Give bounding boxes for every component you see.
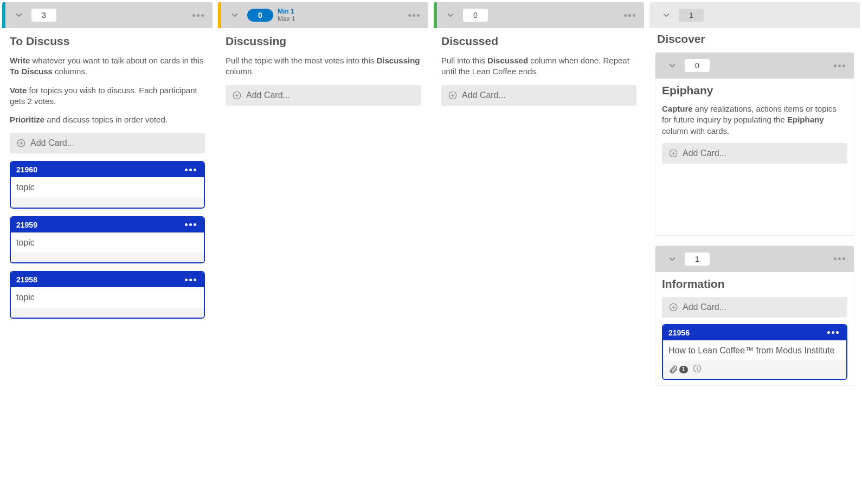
lane-menu-button[interactable]	[621, 11, 639, 20]
lane-header: 0 Min 1 Max 1	[218, 2, 428, 28]
lane-menu-button[interactable]	[831, 254, 848, 263]
lane-to-discuss: 3 To Discuss Write whatever you want to …	[2, 2, 213, 499]
sublane-body: Information Add Card... 21956 How to Lea…	[655, 272, 854, 386]
card-menu-button[interactable]	[183, 276, 198, 283]
spacer	[662, 170, 847, 230]
desc-text: Pull the topic with the most votes into …	[226, 56, 376, 65]
card-menu-button[interactable]	[183, 166, 198, 173]
lane-menu-button[interactable]	[831, 61, 848, 70]
chevron-down-icon	[230, 10, 240, 20]
add-card-button[interactable]: Add Card...	[441, 85, 636, 106]
collapse-toggle[interactable]	[659, 8, 673, 22]
collapse-toggle[interactable]	[443, 8, 458, 22]
card-menu-button[interactable]	[183, 221, 198, 228]
card-id: 21958	[16, 275, 37, 284]
lane-body: Discussing Pull the topic with the most …	[218, 28, 428, 113]
desc-text: columns.	[53, 67, 87, 76]
lane-description: Pull the topic with the most votes into …	[226, 55, 421, 77]
card-count-badge: 1	[685, 253, 710, 266]
desc-bold: Capture	[662, 104, 693, 113]
lane-header: 1	[649, 2, 860, 28]
collapse-toggle[interactable]	[665, 252, 679, 266]
add-card-label: Add Card...	[683, 302, 726, 312]
desc-bold: Discussing	[376, 56, 420, 65]
plus-circle-icon	[668, 148, 678, 158]
sublane-title: Information	[662, 277, 847, 290]
card-id: 21959	[16, 221, 37, 229]
sublane-description: Capture any realizations, actions items …	[662, 104, 847, 137]
lane-title: Discussing	[226, 35, 421, 48]
collapse-toggle[interactable]	[12, 8, 26, 22]
add-card-label: Add Card...	[462, 91, 506, 100]
desc-text: Pull into this	[441, 56, 487, 65]
lane-title: Discussed	[441, 35, 636, 48]
lane-header: 0	[434, 2, 644, 28]
chevron-down-icon	[661, 10, 671, 20]
card-id: 21960	[16, 165, 37, 174]
card-title: topic	[11, 177, 204, 198]
card[interactable]: 21958 topic	[10, 271, 205, 319]
plus-circle-icon	[448, 91, 458, 100]
card-header: 21960	[11, 162, 204, 177]
add-card-button[interactable]: Add Card...	[662, 297, 847, 318]
card[interactable]: 21960 topic	[10, 161, 205, 209]
card-count-badge: 3	[31, 9, 56, 22]
card-footer	[11, 253, 204, 262]
lane-body: To Discuss Write whatever you want to ta…	[2, 28, 213, 326]
card-header: 21956	[663, 325, 846, 340]
lane-body: Discussed Pull into this Discussed colum…	[434, 28, 644, 113]
card-footer: 1	[663, 360, 846, 379]
wip-max-label: Max 1	[278, 15, 295, 23]
desc-text: column.	[226, 67, 254, 76]
add-card-button[interactable]: Add Card...	[226, 85, 421, 106]
card-count-badge: 0	[463, 9, 488, 22]
desc-text: column with cards.	[662, 126, 729, 135]
card-header: 21958	[11, 272, 204, 287]
wip-limits: Min 1 Max 1	[278, 8, 295, 23]
desc-text: and discuss topics in order voted.	[44, 115, 168, 124]
wip-min-label: Min 1	[278, 8, 295, 15]
lane-body: 0 Epiphany Capture any realizations, act…	[649, 52, 860, 391]
card-footer	[11, 308, 204, 318]
lane-menu-button[interactable]	[405, 11, 423, 20]
desc-text: whatever you want to talk about on cards…	[30, 56, 203, 65]
card-menu-button[interactable]	[825, 329, 841, 336]
card-header: 21959	[11, 217, 204, 232]
collapse-toggle[interactable]	[228, 8, 242, 22]
desc-bold: Vote	[10, 86, 27, 95]
plus-circle-icon	[16, 138, 26, 148]
card[interactable]: 21956 How to Lean Coffee™ from Modus Ins…	[662, 324, 847, 380]
sublane-epiphany: 0 Epiphany Capture any realizations, act…	[655, 52, 854, 236]
chevron-down-icon	[446, 10, 455, 20]
lane-title: To Discuss	[10, 35, 205, 48]
lane-menu-button[interactable]	[189, 11, 207, 20]
add-card-button[interactable]: Add Card...	[10, 133, 205, 153]
chevron-down-icon	[667, 254, 677, 264]
attachment-count: 1	[679, 366, 688, 373]
lane-color-edge	[2, 2, 5, 28]
card[interactable]: 21959 topic	[10, 216, 205, 264]
add-card-label: Add Card...	[683, 148, 726, 158]
desc-bold: To Discuss	[10, 67, 53, 76]
sublane-header: 1	[655, 246, 854, 272]
lane-title-row: Discover	[649, 28, 860, 52]
paperclip-icon	[668, 365, 678, 374]
sublane-information: 1 Information Add Card... 21956 How	[655, 245, 854, 386]
sublane-title: Epiphany	[662, 84, 847, 97]
lane-header: 3	[2, 2, 213, 28]
plus-circle-icon	[232, 91, 242, 100]
svg-point-6	[697, 366, 698, 367]
collapse-toggle[interactable]	[665, 59, 679, 73]
info-icon[interactable]	[692, 364, 702, 376]
attachment-badge[interactable]: 1	[668, 365, 688, 374]
card-count-badge: 0	[247, 9, 273, 22]
add-card-button[interactable]: Add Card...	[662, 143, 847, 164]
lane-discover: 1 Discover 0 Epiphany Capture any realiz…	[649, 2, 860, 499]
sublane-header: 0	[655, 53, 854, 79]
lane-color-edge	[218, 2, 221, 28]
card-title: How to Lean Coffee™ from Modus Institute	[663, 340, 846, 361]
card-title: topic	[11, 232, 204, 253]
card-footer	[11, 198, 204, 208]
desc-bold: Discussed	[487, 56, 528, 65]
desc-bold: Write	[10, 56, 30, 65]
